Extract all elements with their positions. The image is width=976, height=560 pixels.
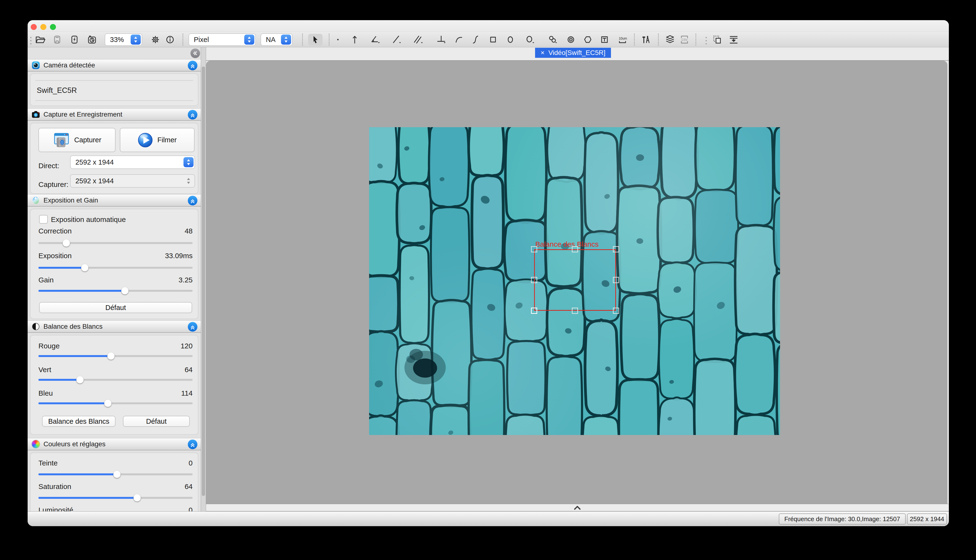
snap-resolution-select[interactable]: 2592 x 1944 (70, 174, 195, 188)
slider-knob[interactable] (107, 352, 115, 360)
capture-photo-icon (53, 132, 70, 148)
live-resolution-stepper[interactable] (184, 157, 194, 167)
angle-tool[interactable] (370, 34, 381, 45)
toolbar: 33% Pixel NA (28, 32, 949, 47)
roi-handle[interactable] (572, 246, 578, 252)
default-button-label: Défaut (105, 304, 126, 312)
open-file-icon[interactable] (35, 34, 46, 45)
exposure-default-button[interactable]: Défaut (39, 302, 192, 313)
info-icon[interactable] (165, 34, 175, 45)
correction-label: Correction (38, 227, 72, 235)
perpendicular-tool[interactable] (436, 34, 446, 45)
panel-header-colors[interactable]: Couleurs et réglages (28, 438, 201, 450)
status-bar: Fréquence de l'Image: 30.0,Image: 12507 … (28, 511, 949, 526)
panel-header-white-balance[interactable]: Balance des Blancs (28, 320, 201, 333)
hue-slider[interactable] (38, 471, 192, 478)
record-button[interactable]: Filmer (120, 128, 194, 152)
ellipse-tool[interactable] (505, 34, 516, 45)
white-balance-roi[interactable] (534, 249, 616, 311)
snap-resolution-stepper[interactable] (184, 176, 194, 186)
zoom-window-button[interactable] (50, 24, 56, 30)
na-select[interactable]: NA (261, 33, 292, 46)
scalebar-tool[interactable]: 10um (617, 34, 628, 45)
red-slider[interactable] (38, 352, 192, 360)
roi-handle[interactable] (572, 308, 578, 314)
live-resolution-select[interactable]: 2592 x 1944 (70, 155, 195, 169)
camera-flash-icon[interactable] (69, 34, 80, 45)
close-tab-icon[interactable]: × (541, 49, 545, 57)
auto-exposure-checkbox[interactable] (39, 215, 48, 223)
circle-tool[interactable] (525, 34, 535, 45)
slider-knob[interactable] (104, 400, 112, 407)
rectangle-tool[interactable] (488, 34, 498, 45)
zoom-stepper[interactable] (130, 35, 141, 45)
scrollbar-thumb[interactable] (202, 67, 205, 496)
roi-handle[interactable] (613, 277, 619, 283)
minimize-window-button[interactable] (40, 24, 46, 30)
roi-handle[interactable] (531, 277, 537, 283)
panel-title: Balance des Blancs (43, 323, 102, 330)
save-image-icon[interactable] (52, 34, 62, 45)
slider-knob[interactable] (81, 264, 89, 272)
sidebar-scrollbar[interactable] (201, 47, 206, 511)
na-stepper[interactable] (281, 35, 291, 45)
slider-knob[interactable] (134, 494, 141, 502)
measurement-settings-icon[interactable] (641, 34, 651, 45)
panel-header-capture[interactable]: Capture et Enregistrement (28, 108, 201, 121)
video-tab[interactable]: × Vidéo[Swift_EC5R] (535, 48, 611, 58)
roi-handle[interactable] (613, 308, 619, 314)
gain-slider[interactable] (38, 287, 192, 294)
detected-camera-item[interactable]: Swift_EC5R (35, 80, 193, 101)
white-balance-default-button[interactable]: Défaut (123, 416, 190, 427)
camera-timer-icon[interactable] (87, 34, 97, 45)
live-video-frame[interactable]: Balance des Blancs (369, 127, 780, 435)
sidebar-collapse-button[interactable] (191, 48, 200, 58)
chevrons-up-icon (189, 323, 196, 330)
arc-tool[interactable] (453, 34, 464, 45)
layers-icon[interactable] (665, 34, 675, 45)
point-tool[interactable] (333, 34, 343, 45)
exposure-slider[interactable] (38, 264, 192, 272)
collapse-panel-button[interactable] (188, 61, 197, 70)
duplicate-icon[interactable] (712, 34, 722, 45)
panel-header-exposure[interactable]: Exposition et Gain (28, 194, 201, 207)
roi-handle[interactable] (531, 246, 537, 252)
resolution-text: 2592 x 1944 (910, 515, 944, 523)
settings-gear-icon[interactable] (150, 34, 160, 45)
curve-tool[interactable] (470, 34, 481, 45)
csv-export-icon[interactable]: CSV (679, 34, 690, 45)
green-slider[interactable] (38, 376, 192, 383)
slider-knob[interactable] (76, 376, 84, 383)
saturation-slider[interactable] (38, 494, 192, 502)
double-circle-tool[interactable] (547, 34, 558, 45)
capture-button[interactable]: Capturer (38, 128, 115, 152)
roi-label: Balance des Blancs (535, 240, 599, 248)
collapse-panel-button[interactable] (188, 440, 197, 449)
panel-header-camera[interactable]: Caméra détectée (28, 59, 201, 72)
zoom-select[interactable]: 33% (105, 33, 142, 46)
roi-handle[interactable] (613, 246, 619, 252)
parallel-lines-tool[interactable] (413, 34, 424, 45)
slider-knob[interactable] (121, 287, 129, 294)
export-image-icon[interactable] (729, 34, 739, 45)
bottom-panel-expander[interactable] (206, 504, 949, 511)
slider-knob[interactable] (63, 240, 70, 247)
unit-stepper[interactable] (244, 35, 254, 45)
close-window-button[interactable] (31, 24, 37, 30)
arrow-tool[interactable] (349, 34, 360, 45)
blue-slider[interactable] (38, 400, 192, 407)
roi-handle[interactable] (531, 308, 537, 314)
polygon-tool[interactable] (582, 34, 593, 45)
line-tool[interactable] (391, 34, 402, 45)
zoom-level-value: 33% (110, 36, 124, 44)
pixel-unit-select[interactable]: Pixel (189, 33, 256, 46)
correction-slider[interactable] (38, 240, 192, 247)
slider-knob[interactable] (114, 471, 120, 478)
text-tool[interactable] (599, 34, 610, 45)
collapse-panel-button[interactable] (188, 110, 197, 120)
collapse-panel-button[interactable] (188, 322, 197, 332)
cursor-tool[interactable] (310, 34, 321, 45)
white-balance-button[interactable]: Balance des Blancs (42, 416, 115, 427)
concentric-circle-tool[interactable] (566, 34, 576, 45)
collapse-panel-button[interactable] (188, 196, 197, 205)
